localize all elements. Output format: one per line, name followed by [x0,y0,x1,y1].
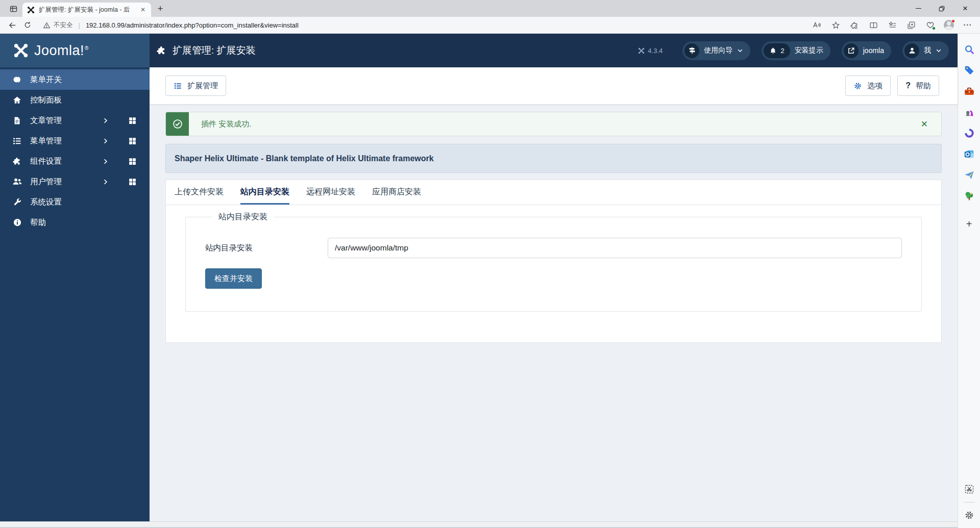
guide-button-label: 使用向导 [704,46,732,55]
install-folder-fieldset: 站内目录安装 站内目录安装 检查并安装 [185,212,922,312]
essentials-status-dot [932,27,936,30]
dashboard-grid-icon[interactable] [128,157,137,166]
drop-icon[interactable] [963,168,976,182]
refresh-icon[interactable] [20,18,35,32]
gear-icon [853,82,862,90]
dashboard-grid-icon[interactable] [128,116,137,125]
sidebar-item-articles[interactable]: 文章管理 [0,110,150,131]
tab-upload-package[interactable]: 上传文件安装 [175,180,224,205]
list-icon [174,82,182,90]
app-area: Joomla!® 菜单开关 控 [0,34,980,528]
chevron-right-icon [102,158,109,165]
sidebar-item-label: 文章管理 [30,115,94,126]
fieldset-legend: 站内目录安装 [212,212,274,222]
browser-tab[interactable]: 扩展管理: 扩展安装 - joomla - 后 ✕ [22,3,151,17]
options-label: 选项 [867,81,883,91]
profile-notification-dot [951,19,955,23]
address-divider: | [79,21,80,29]
install-from-folder-panel: 站内目录安装 站内目录安装 检查并安装 [166,205,941,333]
article-icon [12,116,22,125]
chevron-down-icon [936,47,942,54]
notifications-button[interactable]: 2 安装提示 [762,41,830,60]
sidebar-item-help[interactable]: 帮助 [0,212,150,233]
address-bar[interactable]: 192.168.0.99/administrator/index.php?opt… [86,21,803,29]
page-row: Joomla!® 菜单开关 控 [0,34,958,521]
settings-gear-icon[interactable] [963,509,976,522]
microsoft-365-icon[interactable] [963,127,976,140]
read-aloud-icon[interactable] [810,18,824,32]
sidebar-item-label: 用户管理 [30,177,94,187]
preview-site-button[interactable]: joomla [842,41,891,60]
sidebar-item-label: 组件设置 [30,156,94,167]
tab-install-from-folder[interactable]: 站内目录安装 [240,180,289,205]
tab-install-from-web[interactable]: 应用商店安装 [372,180,421,205]
window-bottom-strip [0,521,958,528]
sidebar-item-users[interactable]: 用户管理 [0,171,150,192]
tab-actions-icon[interactable] [6,2,20,15]
joomla-header: 扩展管理: 扩展安装 4.3.4 [150,34,958,67]
games-icon[interactable] [963,106,976,119]
window-close-button[interactable]: ✕ [953,0,977,17]
joomla-sidebar: Joomla!® 菜单开关 控 [0,34,150,521]
help-button[interactable]: ? 帮助 [897,76,939,96]
options-button[interactable]: 选项 [845,76,891,96]
split-screen-icon[interactable] [866,18,880,32]
joomla-logo-text: Joomla!® [34,43,89,59]
collections-icon[interactable] [904,18,918,32]
tab-close-icon[interactable]: ✕ [139,6,146,13]
check-and-install-button[interactable]: 检查并安装 [205,268,262,289]
sidebar-item-menu-toggle[interactable]: 菜单开关 [0,69,150,90]
web-capture-icon[interactable] [963,483,976,496]
check-circle-icon [166,112,189,136]
page-content: 插件 安装成功. ✕ Shaper Helix Ultimate - Blank… [150,104,958,521]
sidebar-item-label: 菜单开关 [30,74,137,85]
joomla-logo-bar: Joomla!® [0,34,150,67]
user-menu-button[interactable]: 我 [902,41,949,60]
bell-badge: 2 [764,43,790,58]
sidebar-item-label: 系统设置 [30,197,137,208]
alert-close-icon[interactable]: ✕ [908,112,941,136]
sidebar-item-control-panel[interactable]: 控制面板 [0,90,150,110]
search-icon[interactable] [963,43,976,56]
sidebar-item-label: 帮助 [30,217,137,228]
sidebar-item-system[interactable]: 系统设置 [0,192,150,212]
dashboard-grid-icon[interactable] [128,178,137,186]
tools-icon[interactable] [963,85,976,98]
window-minimize-button[interactable] [906,0,930,17]
notifications-button-label: 安装提示 [795,46,823,55]
new-tab-button[interactable]: + [153,2,167,15]
profile-avatar[interactable] [942,18,956,32]
browser-menu-icon[interactable]: ··· [961,18,975,32]
security-warning-label: 不安全 [54,21,73,30]
screen: 扩展管理: 扩展安装 - joomla - 后 ✕ + ✕ 不安全 | 192.… [0,0,980,528]
browser-essentials-icon[interactable] [923,18,937,32]
version-badge: 4.3.4 [638,47,663,55]
notification-count: 2 [780,47,785,55]
directory-field-label: 站内目录安装 [205,243,328,254]
add-sidebar-app-icon[interactable]: + [963,217,976,231]
site-security[interactable]: 不安全 [43,21,73,30]
shopping-icon[interactable] [963,64,976,77]
user-menu-label: 我 [924,46,931,55]
dashboard-grid-icon[interactable] [128,137,137,145]
wrench-icon [12,197,22,207]
favorites-list-icon[interactable] [885,18,899,32]
edge-sidebar-footer [963,483,976,522]
tab-install-from-url[interactable]: 远程网址安装 [306,180,355,205]
guide-button[interactable]: 使用向导 [682,41,750,60]
tree-icon[interactable] [963,189,976,203]
template-notice-text: Shaper Helix Ultimate - Blank template o… [175,154,434,163]
manage-extensions-button[interactable]: 扩展管理 [165,76,226,96]
outlook-icon[interactable] [963,147,976,161]
extensions-icon[interactable] [847,18,862,32]
joomla-version-icon [638,47,645,54]
favorite-star-icon[interactable] [828,18,843,32]
preview-site-label: joomla [863,46,884,55]
sidebar-item-components[interactable]: 组件设置 [0,151,150,171]
question-icon: ? [905,81,911,90]
back-icon[interactable] [5,18,19,32]
sidebar-item-label: 控制面板 [30,95,137,106]
window-restore-button[interactable] [930,0,953,17]
install-directory-input[interactable] [328,238,902,258]
sidebar-item-menus[interactable]: 菜单管理 [0,131,150,151]
